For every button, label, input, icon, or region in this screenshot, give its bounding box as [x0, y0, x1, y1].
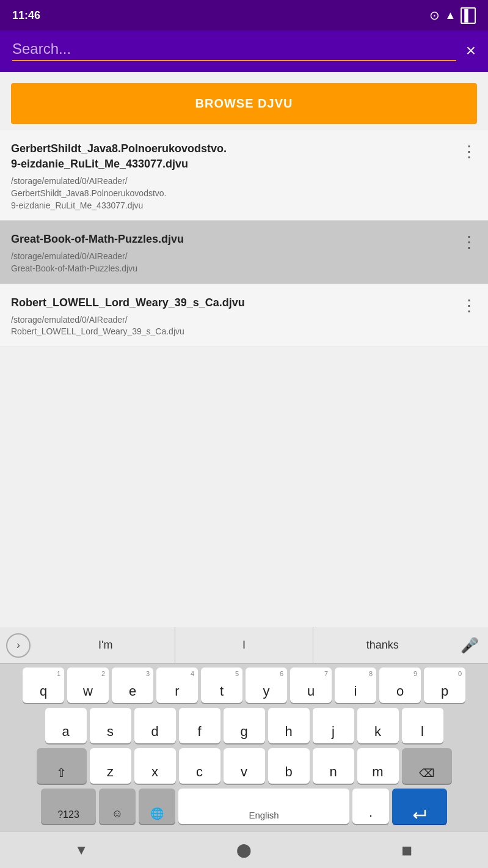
- file-path: /storage/emulated/0/AIReader/Robert_LOWE…: [11, 314, 454, 338]
- file-item[interactable]: GerbertShildt_Java8.Polnoerukovodstvo.9-…: [0, 130, 488, 221]
- key-d[interactable]: d: [134, 708, 176, 743]
- status-time: 11:46: [12, 9, 40, 22]
- suggestion-item[interactable]: I: [175, 627, 314, 664]
- key-l[interactable]: l: [402, 708, 443, 743]
- file-menu-button[interactable]: ⋮: [454, 296, 477, 315]
- enter-key[interactable]: [392, 789, 447, 824]
- key-t[interactable]: 5t: [201, 668, 242, 703]
- search-input-wrapper: [12, 40, 456, 61]
- key-o[interactable]: 9o: [379, 668, 421, 703]
- file-name: Robert_LOWELL_Lord_Weary_39_s_Ca.djvu: [11, 295, 454, 311]
- key-j[interactable]: j: [313, 708, 354, 743]
- key-y[interactable]: 6y: [246, 668, 287, 703]
- emoji-key[interactable]: ☺: [99, 789, 136, 824]
- suggestion-item[interactable]: I'm: [37, 627, 175, 664]
- file-menu-button[interactable]: ⋮: [454, 233, 477, 252]
- file-info: Great-Book-of-Math-Puzzles.djvu /storage…: [11, 232, 454, 274]
- key-g[interactable]: g: [224, 708, 265, 743]
- key-b[interactable]: b: [268, 748, 310, 784]
- back-button[interactable]: ▼: [63, 832, 100, 869]
- key-z[interactable]: z: [90, 748, 131, 784]
- signal-icon: ▲: [445, 9, 456, 22]
- file-item[interactable]: Robert_LOWELL_Lord_Weary_39_s_Ca.djvu /s…: [0, 284, 488, 347]
- key-c[interactable]: c: [179, 748, 220, 784]
- key-v[interactable]: v: [224, 748, 265, 784]
- suggestion-items: I'm I thanks: [37, 627, 451, 664]
- suggestion-expand-button[interactable]: ›: [0, 627, 37, 664]
- file-name: GerbertShildt_Java8.Polnoerukovodstvo.9-…: [11, 141, 454, 172]
- file-menu-button[interactable]: ⋮: [454, 142, 477, 161]
- notification-icon: ⊙: [429, 8, 440, 23]
- file-item[interactable]: Great-Book-of-Math-Puzzles.djvu /storage…: [0, 221, 488, 284]
- key-x[interactable]: x: [134, 748, 176, 784]
- browse-djvu-button[interactable]: BROWSE DJVU: [11, 83, 477, 124]
- suggestions-row: › I'm I thanks 🎤: [0, 627, 488, 664]
- suggestion-item[interactable]: thanks: [313, 627, 451, 664]
- search-input[interactable]: [12, 40, 456, 57]
- key-e[interactable]: 3e: [112, 668, 153, 703]
- key-r[interactable]: 4r: [156, 668, 198, 703]
- key-row-4: ?123 ☺ 🌐 English .: [2, 789, 486, 824]
- file-info: Robert_LOWELL_Lord_Weary_39_s_Ca.djvu /s…: [11, 295, 454, 338]
- key-u[interactable]: 7u: [290, 668, 332, 703]
- status-bar: 11:46 ⊙ ▲ ▌: [0, 0, 488, 31]
- key-row-3: ⇧ z x c v b n m ⌫: [2, 748, 486, 784]
- file-list: GerbertShildt_Java8.Polnoerukovodstvo.9-…: [0, 130, 488, 347]
- keyboard: › I'm I thanks 🎤 1q 2w 3e 4r 5t: [0, 627, 488, 868]
- key-n[interactable]: n: [313, 748, 354, 784]
- file-path: /storage/emulated/0/AIReader/Great-Book-…: [11, 251, 454, 274]
- numbers-key[interactable]: ?123: [41, 789, 96, 824]
- key-p[interactable]: 0p: [424, 668, 465, 703]
- expand-icon: ›: [6, 633, 31, 658]
- key-row-2: a s d f g h j k l: [2, 708, 486, 743]
- key-i[interactable]: 8i: [335, 668, 376, 703]
- search-clear-button[interactable]: ×: [466, 41, 476, 61]
- home-button[interactable]: ⬤: [225, 832, 262, 869]
- key-s[interactable]: s: [90, 708, 131, 743]
- key-m[interactable]: m: [357, 748, 399, 784]
- recents-button[interactable]: ◼: [388, 832, 425, 869]
- nav-bar: ▼ ⬤ ◼: [0, 831, 488, 868]
- file-info: GerbertShildt_Java8.Polnoerukovodstvo.9-…: [11, 141, 454, 211]
- file-name: Great-Book-of-Math-Puzzles.djvu: [11, 232, 454, 247]
- key-a[interactable]: a: [45, 708, 87, 743]
- period-key[interactable]: .: [352, 789, 389, 824]
- search-bar: ×: [0, 31, 488, 72]
- microphone-button[interactable]: 🎤: [451, 627, 488, 664]
- key-q[interactable]: 1q: [23, 668, 64, 703]
- file-path: /storage/emulated/0/AIReader/GerbertShil…: [11, 175, 454, 211]
- globe-key[interactable]: 🌐: [139, 789, 175, 824]
- key-row-1: 1q 2w 3e 4r 5t 6y 7u 8i: [2, 668, 486, 703]
- key-rows: 1q 2w 3e 4r 5t 6y 7u 8i: [0, 664, 488, 831]
- key-h[interactable]: h: [268, 708, 310, 743]
- shift-key[interactable]: ⇧: [37, 748, 87, 784]
- battery-icon: ▌: [461, 7, 476, 24]
- key-k[interactable]: k: [357, 708, 399, 743]
- space-key[interactable]: English: [178, 789, 349, 824]
- key-f[interactable]: f: [179, 708, 220, 743]
- backspace-key[interactable]: ⌫: [402, 748, 452, 784]
- status-icons: ⊙ ▲ ▌: [429, 7, 476, 24]
- key-w[interactable]: 2w: [67, 668, 109, 703]
